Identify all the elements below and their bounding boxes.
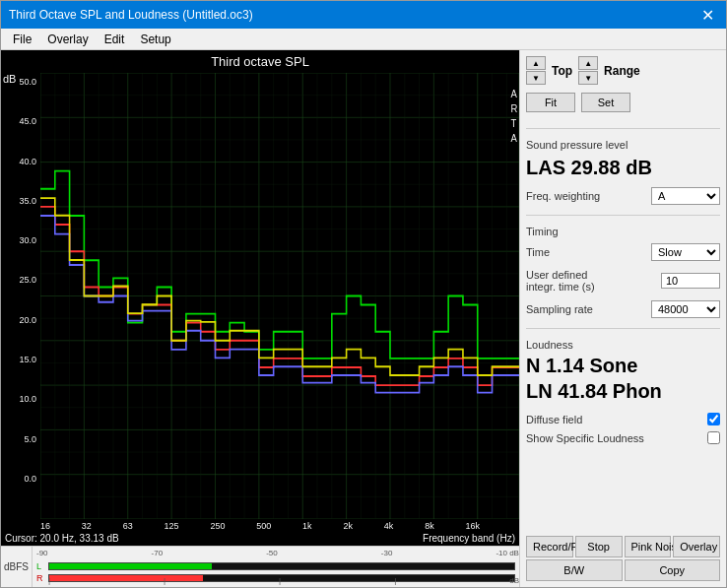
overlay-button[interactable]: Overlay (673, 536, 720, 557)
range-arrows: ▲ ▼ (578, 56, 598, 85)
menu-file[interactable]: File (5, 31, 39, 48)
dbfs-tick-row-bot: | | | | dB (48, 576, 519, 585)
spl-section-label: Sound pressure level (526, 139, 720, 151)
y-tick-25: 25.0 (19, 275, 36, 285)
l-meter-track (48, 562, 515, 570)
right-panel: ▲ ▼ Top ▲ ▼ Range Fit Set Sound pressure… (519, 50, 726, 587)
freq-weighting-label: Freq. weighting (526, 190, 651, 202)
y-tick-35: 35.0 (19, 196, 36, 206)
y-tick-45: 45.0 (19, 116, 36, 126)
pink-noise-button[interactable]: Pink Noise (625, 536, 672, 557)
dbfs-tick-row-top: -90 -70 -50 -30 -10 dB (36, 549, 519, 557)
copy-button[interactable]: Copy (625, 559, 721, 581)
svg-text:A: A (511, 88, 517, 99)
x-tick-4k: 4k (384, 521, 394, 531)
bw-button[interactable]: B/W (526, 559, 623, 581)
y-tick-10: 10.0 (19, 394, 36, 404)
top-up-button[interactable]: ▲ (526, 56, 546, 70)
y-tick-20: 20.0 (19, 315, 36, 325)
y-axis: dB 50.0 45.0 40.0 35.0 30.0 25.0 20.0 15… (1, 73, 40, 519)
tick-neg20: | (394, 576, 396, 585)
diffuse-field-checkbox[interactable] (707, 413, 720, 425)
svg-text:A: A (511, 133, 517, 145)
x-tick-16k: 16k (465, 521, 480, 531)
x-axis: 16 32 63 125 250 500 1k 2k 4k 8k 16k (1, 519, 519, 531)
timing-section-label: Timing (526, 226, 720, 237)
x-tick-2k: 2k (343, 521, 353, 531)
svg-text:R: R (511, 103, 518, 115)
y-label-db: dB (3, 73, 16, 85)
show-specific-row: Show Specific Loudness (526, 431, 720, 444)
window-title: Third Octave SPL and Loudness (Untitled.… (9, 8, 253, 22)
separator-2 (526, 215, 720, 216)
title-bar: Third Octave SPL and Loudness (Untitled.… (1, 1, 726, 29)
menu-overlay[interactable]: Overlay (39, 31, 96, 48)
action-buttons-area: Record/Reset Stop Pink Noise Overlay B/W… (526, 528, 720, 581)
tick-neg80: | (48, 576, 50, 585)
top-down-button[interactable]: ▼ (526, 71, 546, 85)
main-window: Third Octave SPL and Loudness (Untitled.… (0, 0, 727, 588)
tick-neg90: -90 (36, 549, 48, 557)
dbfs-meters: -90 -70 -50 -30 -10 dB L (33, 547, 519, 587)
svg-text:T: T (511, 118, 517, 130)
time-row: Time Fast Slow Impulse Leq (526, 243, 720, 261)
r-label: R (36, 573, 48, 583)
y-tick-40: 40.0 (19, 157, 36, 166)
spl-value: LAS 29.88 dB (526, 157, 720, 179)
show-specific-checkbox[interactable] (707, 431, 720, 444)
y-tick-30: 30.0 (19, 235, 36, 245)
sampling-rate-select[interactable]: 44100 48000 96000 (651, 300, 720, 318)
x-tick-500: 500 (256, 521, 271, 531)
range-label: Range (604, 64, 640, 78)
l-label: L (36, 561, 48, 571)
time-select[interactable]: Fast Slow Impulse Leq (651, 243, 720, 261)
tick-neg10db: -10 dB (496, 549, 519, 557)
freq-weighting-row: Freq. weighting A B C Z (526, 187, 720, 205)
user-defined-label: User definedintegr. time (s) (526, 269, 661, 293)
tick-neg40: | (279, 576, 281, 585)
chart-svg: A R T A (40, 73, 519, 519)
diffuse-field-row: Diffuse field (526, 413, 720, 425)
time-label: Time (526, 246, 651, 258)
top-label: Top (552, 64, 572, 78)
set-button[interactable]: Set (581, 93, 630, 112)
l-meter-fill (49, 563, 212, 569)
fit-button[interactable]: Fit (526, 93, 575, 112)
dbfs-label: dBFS (1, 547, 33, 587)
loudness-section-label: Loudness (526, 339, 720, 351)
cursor-freq-row: Cursor: 20.0 Hz, 33.13 dB Frequency band… (1, 531, 519, 546)
stop-button[interactable]: Stop (575, 536, 623, 557)
x-tick-125: 125 (165, 521, 179, 531)
user-defined-input[interactable] (661, 273, 720, 289)
y-tick-0: 0.0 (24, 474, 36, 484)
separator-1 (526, 128, 720, 129)
x-tick-63: 63 (123, 521, 133, 531)
sampling-rate-row: Sampling rate 44100 48000 96000 (526, 300, 720, 318)
chart-inner: dB 50.0 45.0 40.0 35.0 30.0 25.0 20.0 15… (1, 73, 519, 519)
range-down-button[interactable]: ▼ (578, 71, 598, 85)
menu-edit[interactable]: Edit (97, 31, 133, 48)
chart-plot: A R T A (40, 73, 519, 519)
separator-3 (526, 328, 720, 329)
x-tick-8k: 8k (425, 521, 434, 531)
record-reset-button[interactable]: Record/Reset (526, 536, 573, 557)
cursor-info: Cursor: 20.0 Hz, 33.13 dB (5, 533, 119, 544)
tick-neg50: -50 (266, 549, 278, 557)
dbfs-area: dBFS -90 -70 -50 -30 -10 dB L (1, 546, 519, 587)
l-meter-row: L (36, 561, 515, 571)
menu-bar: File Overlay Edit Setup (1, 29, 726, 50)
user-defined-row: User definedintegr. time (s) (526, 269, 720, 293)
y-tick-5: 5.0 (24, 434, 36, 444)
x-tick-1k: 1k (302, 521, 312, 531)
range-up-button[interactable]: ▲ (578, 56, 598, 70)
close-button[interactable]: ✕ (697, 6, 718, 25)
freq-weighting-select[interactable]: A B C Z (651, 187, 720, 205)
top-arrows: ▲ ▼ (526, 56, 546, 85)
main-content: Third octave SPL dB 50.0 45.0 40.0 35.0 … (1, 50, 726, 587)
x-tick-32: 32 (82, 521, 92, 531)
chart-title: Third octave SPL (1, 50, 519, 73)
loudness-ln-value: LN 41.84 Phon (526, 378, 720, 404)
chart-area: Third octave SPL dB 50.0 45.0 40.0 35.0 … (1, 50, 519, 587)
menu-setup[interactable]: Setup (132, 31, 178, 48)
show-specific-label: Show Specific Loudness (526, 432, 644, 444)
